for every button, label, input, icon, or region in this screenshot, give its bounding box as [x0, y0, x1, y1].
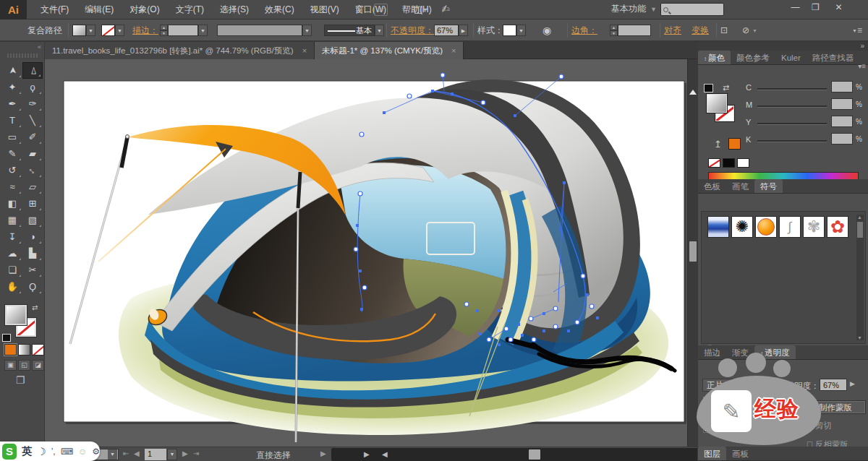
screen-mode-icon[interactable]: ❐ — [16, 374, 25, 386]
tab-brushes[interactable]: 画笔 — [726, 179, 754, 193]
anchor-point[interactable] — [542, 329, 545, 332]
fill-swatch-control[interactable]: ▼ — [72, 20, 95, 40]
stroke-swatch[interactable] — [101, 25, 115, 36]
cs-live-icon[interactable]: ✍ — [441, 2, 451, 15]
tab-swatches[interactable]: 色板 — [698, 179, 726, 193]
tab-symbols[interactable]: 符号 — [754, 179, 783, 193]
soft-keyboard-icon[interactable]: ⌨ — [61, 447, 73, 457]
tab-artboards[interactable]: 画板 — [726, 447, 754, 460]
chevron-right-icon[interactable]: ▶ — [850, 380, 855, 387]
anchor-point[interactable] — [563, 181, 566, 184]
default-fill-stroke-icon[interactable] — [2, 334, 11, 342]
tab-color-guide[interactable]: 颜色参考 — [731, 51, 775, 64]
anchor-point[interactable] — [567, 329, 570, 332]
workspace-switcher[interactable]: 基本功能▼ — [611, 3, 657, 15]
color-button[interactable] — [4, 344, 17, 356]
tab-layers[interactable]: 图层 — [698, 447, 726, 460]
anchor-point[interactable] — [498, 309, 501, 312]
opacity-field[interactable]: 67% — [434, 25, 459, 36]
anchor-point[interactable] — [481, 100, 485, 105]
slider-value-field[interactable] — [831, 98, 853, 110]
opacity-field[interactable]: 67% — [820, 379, 847, 391]
chevron-down-icon[interactable]: ▼ — [115, 25, 124, 36]
slider-value-field[interactable] — [831, 81, 853, 92]
scroll-up-icon[interactable]: ▲ — [857, 215, 862, 220]
anchor-point[interactable] — [451, 92, 454, 95]
anchor-point[interactable] — [586, 293, 589, 296]
search-input[interactable] — [660, 3, 724, 16]
anchor-point[interactable] — [358, 191, 362, 196]
blend-mode-select[interactable]: 正片叠底▼ — [702, 379, 772, 392]
blend-tool[interactable]: ◑ — [22, 228, 43, 245]
draw-behind-mode[interactable]: ◱ — [18, 360, 30, 371]
scroll-down-icon[interactable]: ▼ — [857, 335, 862, 340]
direct-selection-tool[interactable]: ▻ — [22, 62, 43, 79]
first-artboard-button[interactable]: ⇤ — [123, 449, 129, 457]
tab-gradient[interactable]: 渐变 — [726, 345, 754, 359]
anchor-point[interactable] — [407, 94, 412, 98]
tab-pathfinder[interactable]: 路径查找器 — [807, 51, 860, 64]
sogou-logo[interactable]: S — [2, 444, 17, 460]
canvas[interactable] — [45, 59, 687, 447]
stroke-link[interactable]: 描边： — [132, 25, 158, 37]
fill-color-well[interactable] — [5, 305, 27, 325]
isolate-selected-icon[interactable]: ⊡ — [720, 20, 728, 40]
tab-kuler[interactable]: Kuler — [775, 51, 807, 64]
restore-button[interactable]: ❐ — [806, 0, 825, 16]
account-icon[interactable]: ☺ — [78, 447, 87, 457]
tab-color[interactable]: ↕颜色 — [698, 51, 731, 64]
anchor-point[interactable] — [498, 343, 501, 346]
anchor-point[interactable] — [354, 247, 358, 251]
hand-tool[interactable]: ✋ — [2, 278, 22, 295]
horizontal-scrollbar[interactable]: ▶ ◀ — [331, 448, 706, 461]
draw-normal-mode[interactable]: ▣ — [4, 360, 17, 371]
last-color-icon[interactable]: ↥ — [714, 139, 722, 150]
anchor-point[interactable] — [590, 304, 594, 309]
anchor-point[interactable] — [532, 337, 536, 342]
slider-value-field[interactable] — [831, 116, 853, 127]
symbol-sprayer-tool[interactable]: ☁ — [2, 245, 22, 262]
menu-item[interactable]: 文字(T) — [168, 0, 212, 19]
pencil-tool[interactable]: ✎ — [2, 145, 22, 162]
anchor-point[interactable] — [360, 308, 363, 311]
hide-edges-icon[interactable]: ⊘▼ — [742, 20, 757, 40]
minimize-button[interactable]: — — [786, 0, 805, 16]
align-link[interactable]: 对齐 — [664, 25, 681, 37]
style-swatch-control[interactable]: ▼ — [503, 20, 526, 40]
selection-tool[interactable]: ➤ — [2, 62, 22, 79]
opacity-control[interactable]: 67%▶ — [434, 20, 468, 40]
ime-toolbar[interactable]: S 英 ☽ ’, ⌨ ☺ ⚙ — [0, 441, 100, 461]
mask-thumbnail[interactable] — [753, 397, 788, 432]
moon-icon[interactable]: ☽ — [37, 446, 46, 457]
sketch-symbol[interactable]: ∫ — [779, 216, 801, 238]
chevron-right-icon[interactable]: ▶ — [459, 25, 468, 36]
anchor-point[interactable] — [479, 332, 482, 335]
chevron-down-icon[interactable]: ▼ — [167, 449, 177, 460]
swap-fill-stroke-icon[interactable]: ⇄ — [723, 83, 729, 92]
last-artboard-button[interactable]: ⇥ — [193, 449, 199, 457]
anchor-point[interactable] — [509, 337, 513, 342]
fill-color-well[interactable] — [707, 94, 727, 113]
magic-wand-tool[interactable]: ✦ — [2, 79, 22, 95]
daisy-symbol[interactable]: ✿ — [827, 216, 848, 238]
close-button[interactable]: ✕ — [829, 0, 848, 16]
black-swatch[interactable] — [723, 158, 735, 168]
blob-brush-tool[interactable]: ✑ — [22, 95, 43, 112]
draw-inside-mode[interactable]: ◪ — [32, 360, 44, 371]
make-mask-button[interactable]: 制作蒙版 — [805, 400, 866, 414]
anchor-point[interactable] — [441, 73, 445, 77]
rectangle-tool[interactable]: ▭ — [2, 129, 22, 145]
perspective-grid-tool[interactable]: ⊞ — [22, 195, 43, 212]
recolor-artwork-icon[interactable]: ◉ — [542, 20, 551, 40]
gradient-button[interactable] — [18, 344, 30, 356]
brush-definition-select[interactable]: 基本▼ — [324, 20, 384, 40]
tab-transparency[interactable]: ↕透明度 — [754, 345, 796, 359]
prev-artboard-button[interactable]: ◀ — [134, 449, 140, 457]
ink-splat-symbol[interactable]: ✺ — [731, 216, 753, 238]
swap-fill-stroke-icon[interactable]: ⇄ — [32, 303, 38, 311]
style-swatch[interactable] — [503, 25, 516, 36]
anchor-point[interactable] — [514, 114, 516, 117]
anchor-point[interactable] — [504, 327, 509, 331]
anchor-point[interactable] — [517, 323, 520, 326]
artboard-number-field[interactable]: 1 — [145, 449, 166, 460]
